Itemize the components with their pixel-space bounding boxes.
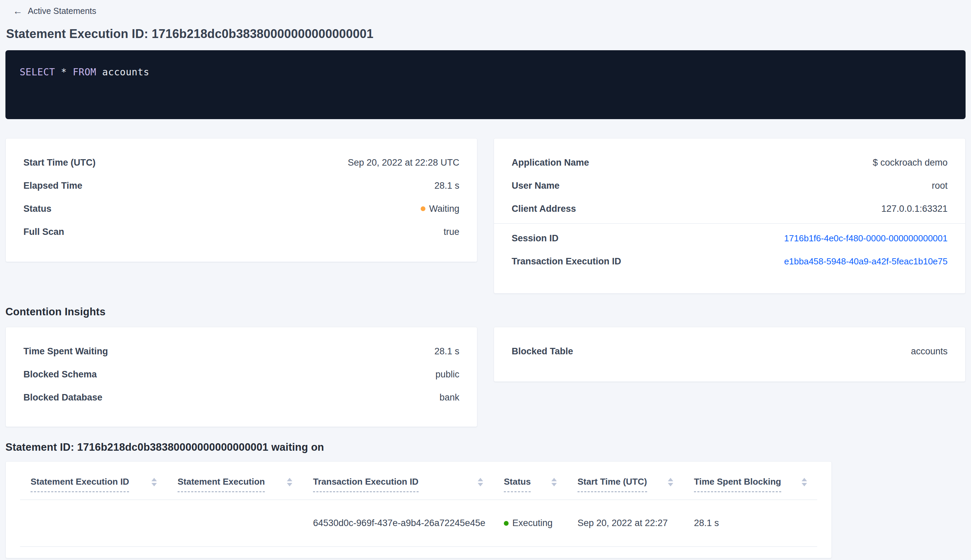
- breadcrumb-label: Active Statements: [28, 6, 96, 16]
- session-id-row: Session ID 1716b1f6-4e0c-f480-0000-00000…: [512, 227, 948, 250]
- blocked-table-row: Blocked Table accounts: [512, 340, 948, 363]
- blocked-schema-row: Blocked Schema public: [23, 363, 459, 386]
- waiting-status-dot-icon: [420, 207, 425, 211]
- blocked-schema-label: Blocked Schema: [23, 369, 97, 380]
- back-arrow-icon: ←: [13, 7, 22, 16]
- executing-status-dot-icon: [504, 521, 509, 526]
- statement-execution-page: ← Active Statements Statement Execution …: [0, 0, 971, 558]
- session-id-label: Session ID: [512, 233, 559, 244]
- user-name-label: User Name: [512, 180, 559, 191]
- breadcrumb-back-link[interactable]: ← Active Statements: [13, 6, 96, 16]
- time-spent-waiting-label: Time Spent Waiting: [23, 346, 108, 357]
- application-name-row: Application Name $ cockroach demo: [512, 151, 948, 174]
- start-time-row: Start Time (UTC) Sep 20, 2022 at 22:28 U…: [23, 151, 459, 174]
- execution-details-card: Start Time (UTC) Sep 20, 2022 at 22:28 U…: [5, 138, 477, 262]
- blocked-table-label: Blocked Table: [512, 346, 573, 357]
- sort-icon: [287, 478, 292, 487]
- sort-icon: [478, 478, 483, 487]
- time-spent-waiting-value: 28.1 s: [434, 346, 459, 357]
- user-name-row: User Name root: [512, 174, 948, 197]
- waiting-on-heading: Statement ID: 1716b218dc0b38380000000000…: [5, 441, 966, 453]
- blocked-table-card: Blocked Table accounts: [494, 327, 966, 382]
- transaction-execution-id-row: Transaction Execution ID e1bba458-5948-4…: [512, 250, 948, 273]
- column-header-start-time[interactable]: Start Time (UTC): [567, 477, 684, 492]
- cell-status: Executing: [493, 518, 567, 528]
- blocked-table-value: accounts: [911, 346, 948, 357]
- elapsed-time-label: Elapsed Time: [23, 180, 82, 191]
- status-label: Status: [23, 203, 52, 214]
- sort-icon: [152, 478, 157, 487]
- time-spent-waiting-row: Time Spent Waiting 28.1 s: [23, 340, 459, 363]
- blocked-database-row: Blocked Database bank: [23, 386, 459, 409]
- sql-statement-box: SELECT * FROM accounts: [5, 50, 966, 119]
- transaction-execution-id-link[interactable]: e1bba458-5948-40a9-a42f-5feac1b10e75: [784, 256, 948, 267]
- sql-table-name: accounts: [102, 67, 149, 78]
- card-divider: [494, 223, 965, 224]
- client-address-value: 127.0.0.1:63321: [881, 203, 948, 214]
- table-row: 64530d0c-969f-437e-a9b4-26a72245e45e Exe…: [20, 500, 817, 547]
- column-header-time-spent-blocking[interactable]: Time Spent Blocking: [684, 477, 817, 492]
- page-title: Statement Execution ID: 1716b218dc0b3838…: [6, 27, 966, 41]
- sql-keyword-select: SELECT: [20, 67, 55, 78]
- session-details-card: Application Name $ cockroach demo User N…: [494, 138, 966, 293]
- full-scan-label: Full Scan: [23, 227, 64, 237]
- blocked-schema-value: public: [435, 369, 459, 380]
- elapsed-time-row: Elapsed Time 28.1 s: [23, 174, 459, 197]
- cell-time-spent-blocking: 28.1 s: [684, 518, 817, 528]
- sql-star: *: [61, 67, 67, 78]
- status-badge: Waiting: [420, 203, 459, 214]
- elapsed-time-value: 28.1 s: [434, 180, 459, 191]
- start-time-label: Start Time (UTC): [23, 157, 96, 168]
- full-scan-value: true: [444, 227, 459, 237]
- full-scan-row: Full Scan true: [23, 220, 459, 243]
- transaction-execution-id-label: Transaction Execution ID: [512, 256, 621, 267]
- blocked-database-value: bank: [439, 392, 459, 403]
- column-header-statement-execution-id[interactable]: Statement Execution ID: [20, 477, 167, 492]
- application-name-label: Application Name: [512, 157, 589, 168]
- column-header-status[interactable]: Status: [493, 477, 567, 492]
- sort-icon: [551, 478, 557, 487]
- sql-statement-text: SELECT * FROM accounts: [20, 67, 149, 78]
- client-address-row: Client Address 127.0.0.1:63321: [512, 197, 948, 220]
- sql-keyword-from: FROM: [73, 67, 96, 78]
- contention-insights-heading: Contention Insights: [5, 306, 966, 318]
- status-value: Waiting: [429, 203, 459, 214]
- blocked-database-label: Blocked Database: [23, 392, 103, 403]
- column-header-statement-execution[interactable]: Statement Execution: [167, 477, 302, 492]
- contention-cards-row: Time Spent Waiting 28.1 s Blocked Schema…: [5, 327, 966, 427]
- waiting-on-table: Statement Execution ID Statement Executi…: [5, 461, 832, 558]
- user-name-value: root: [932, 180, 948, 191]
- overview-cards-row: Start Time (UTC) Sep 20, 2022 at 22:28 U…: [5, 138, 966, 293]
- client-address-label: Client Address: [512, 203, 576, 214]
- cell-status-text: Executing: [512, 518, 553, 528]
- contention-details-card: Time Spent Waiting 28.1 s Blocked Schema…: [5, 327, 477, 427]
- sort-icon: [802, 478, 807, 487]
- status-row: Status Waiting: [23, 197, 459, 220]
- cell-transaction-execution-id: 64530d0c-969f-437e-a9b4-26a72245e45e: [302, 518, 493, 528]
- session-id-link[interactable]: 1716b1f6-4e0c-f480-0000-000000000001: [784, 233, 948, 244]
- sort-icon: [668, 478, 673, 487]
- application-name-value: $ cockroach demo: [873, 157, 948, 168]
- start-time-value: Sep 20, 2022 at 22:28 UTC: [348, 157, 459, 168]
- cell-start-time: Sep 20, 2022 at 22:27: [567, 518, 684, 528]
- column-header-transaction-execution-id[interactable]: Transaction Execution ID: [302, 477, 493, 492]
- table-header-row: Statement Execution ID Statement Executi…: [20, 462, 817, 500]
